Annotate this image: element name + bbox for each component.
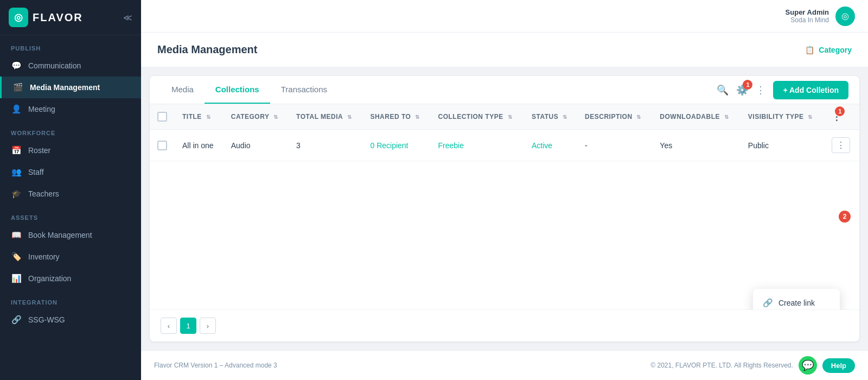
collapse-sidebar-button[interactable]: ≪ [123,12,132,23]
create-link-icon: 🔗 [763,298,773,308]
th-description: DESCRIPTION ⇅ [577,104,652,130]
main-content: Super Admin Soda In Mind ◎ Media Managem… [141,0,868,380]
row-downloadable: Yes [652,130,741,161]
category-icon: 📋 [805,46,814,54]
pagination-row: ‹ 1 › [150,309,859,341]
user-name: Super Admin [786,8,829,16]
pagination-next-button[interactable]: › [200,318,216,334]
help-button[interactable]: Help [822,358,855,373]
th-category: CATEGORY ⇅ [224,104,289,130]
select-all-checkbox[interactable] [157,112,167,122]
sidebar-item-ssg-wsg[interactable]: 🔗 SSG-WSG [0,309,141,331]
book-management-label: Book Management [28,231,92,239]
sort-total-media-icon[interactable]: ⇅ [347,114,352,120]
topbar: Super Admin Soda In Mind ◎ [141,0,868,33]
th-badge-container: ⋮ 1 [832,111,842,123]
add-collection-button[interactable]: + Add Colletion [773,81,848,99]
whatsapp-button[interactable]: 💬 [799,356,817,375]
sort-title-icon[interactable]: ⇅ [206,114,211,120]
sidebar-section-workforce: WORKFORCE [0,120,141,140]
row-shared-to[interactable]: 0 Recipient [362,130,430,161]
main-card: Media Collections Transactions 🔍 ⚙️ 1 ⋮ … [150,76,859,341]
tab-collections[interactable]: Collections [205,76,270,104]
meeting-label: Meeting [28,105,55,113]
organization-icon: 📊 [11,274,22,283]
teachers-label: Teachers [28,189,59,198]
pagination-page-1-button[interactable]: 1 [180,318,196,334]
th-actions: ⋮ 1 [824,104,859,130]
th-total-media: TOTAL MEDIA ⇅ [289,104,362,130]
th-status: STATUS ⇅ [524,104,577,130]
sidebar-item-organization[interactable]: 📊 Organization [0,268,141,289]
media-management-icon: 🎬 [12,83,23,92]
sidebar-item-media-management[interactable]: 🎬 Media Management [0,77,141,98]
communication-icon: 💬 [11,61,22,71]
th-visibility-type: VISIBILITY TYPE ⇅ [741,104,824,130]
page-content: Media Management 📋 Category Media Collec… [141,33,868,350]
row-actions-cell: ⋮ [824,130,859,161]
sort-collection-type-icon[interactable]: ⇅ [508,114,513,120]
sidebar-item-meeting[interactable]: 👤 Meeting [0,98,141,120]
th-shared-to: SHARED TO ⇅ [362,104,430,130]
create-link-label: Create link [778,299,815,307]
th-badge: 1 [835,106,845,116]
organization-label: Organization [28,274,71,283]
sort-description-icon[interactable]: ⇅ [636,114,641,120]
sidebar-item-inventory[interactable]: 🏷️ Inventory [0,246,141,268]
tab-media[interactable]: Media [161,76,205,104]
sidebar-section-integration: INTEGRATION [0,289,141,309]
sidebar-header: ◎ FLAVOR ≪ [0,0,141,35]
th-checkbox [150,104,175,130]
ssg-wsg-label: SSG-WSG [28,315,65,324]
row-title: All in one [175,130,224,161]
sort-shared-to-icon[interactable]: ⇅ [415,114,420,120]
sort-downloadable-icon[interactable]: ⇅ [724,114,729,120]
inventory-icon: 🏷️ [11,252,22,262]
tab-transactions[interactable]: Transactions [270,76,338,104]
roster-label: Roster [28,146,50,155]
logo-icon: ◎ [9,8,28,27]
footer: Flavor CRM Version 1 – Advanced mode 3 ©… [141,350,868,380]
sidebar: ◎ FLAVOR ≪ PUBLISH 💬 Communication 🎬 Med… [0,0,141,380]
user-info: Super Admin Soda In Mind [786,8,829,24]
sort-category-icon[interactable]: ⇅ [273,114,278,120]
footer-copyright: © 2021, FLAVOR PTE. LTD. All Rights Rese… [650,362,793,369]
communication-label: Communication [28,61,81,70]
sort-visibility-type-icon[interactable]: ⇅ [808,114,813,120]
sidebar-section-publish: PUBLISH [0,35,141,55]
more-options-icon[interactable]: ⋮ [756,84,765,96]
sidebar-item-book-management[interactable]: 📖 Book Management [0,224,141,246]
context-menu: 🔗 Create link ✏️ Edit 🗑️ Delete [753,289,840,309]
row-0-more-button[interactable]: ⋮ [832,137,850,153]
th-title: TITLE ⇅ [175,104,224,130]
filter-badge-container: ⚙️ 1 [736,84,748,96]
user-org: Soda In Mind [786,16,829,24]
collections-table: TITLE ⇅ CATEGORY ⇅ TOTAL MEDIA ⇅ SHARED … [150,104,859,161]
roster-icon: 📅 [11,145,22,155]
filter-badge: 1 [743,80,752,90]
ssg-wsg-icon: 🔗 [11,315,22,325]
pagination-prev-button[interactable]: ‹ [161,318,177,334]
sidebar-item-roster[interactable]: 📅 Roster [0,140,141,161]
category-button[interactable]: 📋 Category [805,46,852,54]
row-visibility-type: Public [741,130,824,161]
th-downloadable: DOWNLOADABLE ⇅ [652,104,741,130]
row-collection-type[interactable]: Freebie [431,130,524,161]
inventory-label: Inventory [28,252,60,261]
sidebar-item-teachers[interactable]: 🎓 Teachers [0,183,141,205]
footer-actions: © 2021, FLAVOR PTE. LTD. All Rights Rese… [650,356,855,375]
sort-status-icon[interactable]: ⇅ [563,114,567,120]
search-icon[interactable]: 🔍 [717,84,729,96]
footer-version-text: Flavor CRM Version 1 – Advanced mode 3 [154,362,277,369]
meeting-icon: 👤 [11,104,22,114]
sidebar-item-communication[interactable]: 💬 Communication [0,55,141,77]
tab-actions: 🔍 ⚙️ 1 ⋮ + Add Colletion [717,81,848,99]
context-menu-create-link[interactable]: 🔗 Create link [753,292,840,309]
row-0-checkbox[interactable] [157,141,167,150]
sidebar-item-staff[interactable]: 👥 Staff [0,161,141,183]
th-collection-type: COLLECTION TYPE ⇅ [431,104,524,130]
row-description: - [577,130,652,161]
context-menu-badge: 2 [839,211,851,223]
row-category: Audio [224,130,289,161]
user-avatar: ◎ [835,7,855,26]
